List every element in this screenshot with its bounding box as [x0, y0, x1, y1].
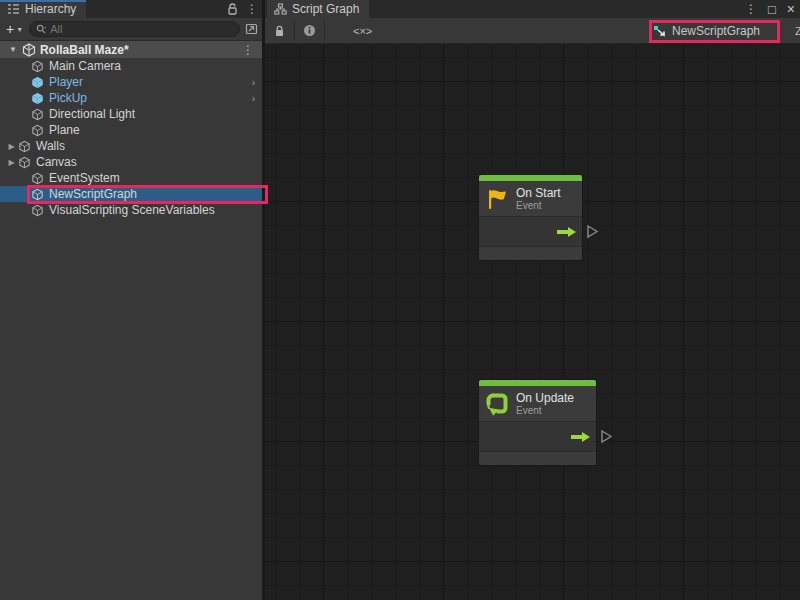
tree-row-label: Canvas [36, 155, 77, 169]
prefab-chevron-icon[interactable]: › [252, 77, 255, 88]
tree-row-canvas[interactable]: ▶ Canvas [0, 154, 262, 170]
graph-variables-button[interactable]: <×> [345, 18, 380, 43]
tree-row-label: VisualScripting SceneVariables [49, 203, 215, 217]
tree-row-player[interactable]: Player › [0, 74, 262, 90]
foldout-collapsed-icon[interactable]: ▶ [5, 158, 18, 167]
toolbar-separator [324, 21, 325, 40]
node-port-row [479, 422, 596, 452]
scene-header-row[interactable]: ▼ RollaBall Maze* ⋮ [0, 41, 262, 58]
tree-row-eventsystem[interactable]: EventSystem [0, 170, 262, 186]
gameobject-cube-icon [31, 59, 45, 73]
node-footer [479, 452, 596, 465]
unlock-icon[interactable] [227, 3, 238, 15]
search-icon [36, 24, 47, 35]
graph-name-label: NewScriptGraph [672, 24, 760, 38]
gameobject-cube-icon [31, 171, 45, 185]
tree-row-walls[interactable]: ▶ Walls [0, 138, 262, 154]
tree-row-label: Player [49, 75, 83, 89]
hierarchy-tab-label: Hierarchy [25, 2, 76, 16]
maximize-icon[interactable]: □ [768, 2, 776, 17]
tree-row-label: NewScriptGraph [49, 187, 137, 201]
tab-script-graph[interactable]: Script Graph [267, 0, 369, 18]
node-title: On Update [516, 391, 574, 405]
tree-row-directional-light[interactable]: Directional Light [0, 106, 262, 122]
output-port-triangle-icon[interactable] [586, 224, 599, 239]
hierarchy-tab-strip: Hierarchy ⋮ [0, 0, 262, 18]
graph-canvas[interactable]: On Start Event [265, 44, 800, 600]
node-port-row [479, 217, 582, 247]
scene-kebab-icon[interactable]: ⋮ [242, 43, 254, 57]
tree-row-pickup[interactable]: PickUp › [0, 90, 262, 106]
foldout-collapsed-icon[interactable]: ▶ [5, 142, 18, 151]
graph-lock-button[interactable] [265, 18, 294, 43]
window-menu-kebab-icon[interactable]: ⋮ [745, 2, 757, 16]
pick-window-icon [245, 23, 258, 35]
tree-row-newscriptgraph[interactable]: NewScriptGraph [0, 186, 262, 202]
graph-nodes-icon [274, 3, 287, 15]
script-graph-panel: Script Graph ⋮ □ × [265, 0, 800, 600]
tree-row-plane[interactable]: Plane [0, 122, 262, 138]
gameobject-cube-icon [18, 155, 32, 169]
prefab-cube-icon [31, 75, 45, 89]
graph-toolbar: <×> NewScriptGraph Zoom 1x Relations [265, 18, 800, 44]
script-graph-asset-icon [653, 25, 667, 38]
hierarchy-toolbar: +▼ [0, 18, 262, 41]
scene-picker-button[interactable] [245, 23, 258, 35]
node-on-update[interactable]: On Update Event [479, 380, 596, 465]
graph-name-breadcrumb[interactable]: NewScriptGraph [653, 18, 760, 44]
node-subtitle: Event [516, 200, 561, 212]
tree-row-visualscripting-scenevariables[interactable]: VisualScripting SceneVariables [0, 202, 262, 218]
hierarchy-tree: ▼ RollaBall Maze* ⋮ Main Camera [0, 41, 262, 218]
flag-icon [484, 186, 510, 212]
scene-name: RollaBall Maze* [40, 43, 129, 57]
create-object-button[interactable]: +▼ [6, 21, 23, 37]
tree-row-label: EventSystem [49, 171, 120, 185]
graph-info-button[interactable] [295, 18, 324, 43]
script-graph-tab-label: Script Graph [292, 2, 359, 16]
close-icon[interactable]: × [787, 1, 795, 17]
prefab-chevron-icon[interactable]: › [252, 93, 255, 104]
gameobject-cube-icon [31, 107, 45, 121]
unity-scene-icon [22, 43, 36, 57]
gameobject-cube-icon [18, 139, 32, 153]
node-on-start[interactable]: On Start Event [479, 175, 582, 260]
info-icon [303, 24, 316, 37]
tree-row-label: PickUp [49, 91, 87, 105]
output-port-triangle-icon[interactable] [600, 429, 613, 444]
flow-output-arrow-icon[interactable] [570, 431, 591, 443]
node-footer [479, 247, 582, 260]
tree-row-label: Main Camera [49, 59, 121, 73]
tree-row-label: Plane [49, 123, 80, 137]
variables-icon: <×> [353, 25, 372, 37]
flow-output-arrow-icon[interactable] [556, 226, 577, 238]
lock-icon [274, 25, 285, 37]
tree-row-label: Directional Light [49, 107, 135, 121]
dropdown-caret-icon: ▼ [16, 26, 23, 33]
search-input[interactable] [50, 23, 233, 35]
gameobject-cube-icon [31, 203, 45, 217]
tab-hierarchy[interactable]: Hierarchy [0, 0, 86, 18]
prefab-cube-icon [31, 91, 45, 105]
graph-tab-strip: Script Graph ⋮ □ × [265, 0, 800, 18]
gameobject-cube-icon [31, 187, 45, 201]
hierarchy-panel: Hierarchy ⋮ +▼ [0, 0, 265, 600]
zoom-label: Zoom [795, 25, 800, 37]
hierarchy-menu-kebab-icon[interactable]: ⋮ [246, 2, 258, 16]
node-title: On Start [516, 186, 561, 200]
gameobject-cube-icon [31, 123, 45, 137]
tree-row-main-camera[interactable]: Main Camera [0, 58, 262, 74]
loop-icon [484, 391, 510, 417]
tree-row-label: Walls [36, 139, 65, 153]
hierarchy-list-icon [7, 3, 20, 15]
hierarchy-search-field[interactable] [29, 21, 240, 37]
node-subtitle: Event [516, 405, 574, 417]
zoom-control: Zoom 1x [795, 18, 800, 44]
scene-foldout-icon[interactable]: ▼ [9, 45, 17, 54]
unity-editor-window: Hierarchy ⋮ +▼ [0, 0, 800, 600]
